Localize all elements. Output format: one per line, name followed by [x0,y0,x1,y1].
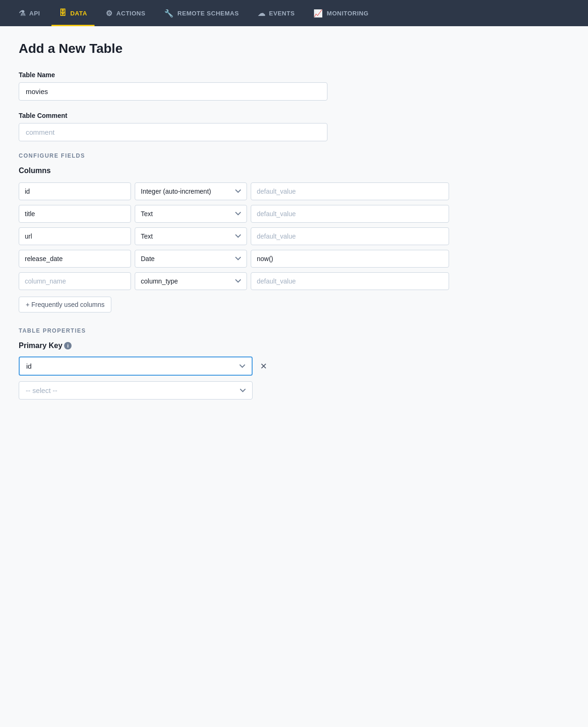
main-content: Add a New Table Table Name Table Comment… [0,26,468,420]
column-name-input[interactable] [19,227,131,245]
column-default-input[interactable] [251,205,449,223]
column-name-input[interactable] [19,250,131,268]
nav-label-monitoring: MONITORING [327,10,369,17]
primary-key-second-select[interactable]: -- select -- id title url release_date [19,381,253,400]
table-name-input[interactable] [19,82,327,101]
table-name-group: Table Name [19,71,449,101]
monitoring-icon: 📈 [313,9,323,18]
nav-label-api: API [29,10,40,17]
column-name-input[interactable] [19,205,131,223]
nav-label-events: EVENTS [269,10,295,17]
column-row: Integer (auto-increment) Text Date Boole… [19,205,449,223]
table-comment-label: Table Comment [19,112,449,119]
column-default-input[interactable] [251,182,449,200]
column-type-select[interactable]: Integer (auto-increment) Text Date Boole… [135,250,247,268]
nav-item-actions[interactable]: ⚙ ACTIONS [98,0,153,26]
nav-item-monitoring[interactable]: 📈 MONITORING [306,0,376,26]
column-default-input[interactable] [251,272,449,290]
main-nav: ⚗ API 🗄 DATA ⚙ ACTIONS 🔧 REMOTE SCHEMAS … [0,0,588,26]
table-properties-header: TABLE PROPERTIES [19,327,449,334]
api-icon: ⚗ [19,9,26,18]
nav-label-remote-schemas: REMOTE SCHEMAS [177,10,239,17]
column-row: Integer (auto-increment) Text Date Boole… [19,227,449,245]
column-row: Integer (auto-increment) Text Date Boole… [19,250,449,268]
primary-key-second-row: -- select -- id title url release_date [19,381,449,400]
column-name-input[interactable] [19,182,131,200]
freq-cols-label: + Frequently used columns [26,301,104,308]
column-row: column_type Integer (auto-increment) Tex… [19,272,449,290]
nav-label-data: DATA [70,10,87,17]
table-name-label: Table Name [19,71,449,79]
nav-item-api[interactable]: ⚗ API [11,0,48,26]
nav-label-actions: ACTIONS [116,10,145,17]
nav-item-events[interactable]: ☁ EVENTS [250,0,303,26]
events-icon: ☁ [258,9,266,18]
remove-primary-key-button[interactable]: ✕ [256,359,271,373]
columns-section: Integer (auto-increment) Text Date Boole… [19,182,449,313]
nav-item-remote-schemas[interactable]: 🔧 REMOTE SCHEMAS [157,0,247,26]
actions-icon: ⚙ [106,9,113,18]
remote-schemas-icon: 🔧 [164,9,174,18]
table-comment-input[interactable] [19,123,327,141]
column-row: Integer (auto-increment) Text Date Boole… [19,182,449,200]
column-default-input[interactable] [251,227,449,245]
column-type-select[interactable]: Integer (auto-increment) Text Date Boole… [135,182,247,200]
nav-item-data[interactable]: 🗄 DATA [51,0,95,26]
column-name-input[interactable] [19,272,131,290]
column-default-input[interactable] [251,250,449,268]
primary-key-row: id title url release_date ✕ [19,356,449,376]
column-type-select[interactable]: Integer (auto-increment) Text Date Boole… [135,205,247,223]
frequently-used-columns-button[interactable]: + Frequently used columns [19,297,111,313]
page-title: Add a New Table [19,41,449,56]
primary-key-label: Primary Key [19,342,62,350]
columns-label: Columns [19,167,449,175]
data-icon: 🗄 [59,9,67,17]
configure-fields-header: CONFIGURE FIELDS [19,153,449,159]
info-icon[interactable]: i [64,342,72,349]
table-properties-section: TABLE PROPERTIES Primary Key i id title … [19,327,449,400]
column-type-select[interactable]: column_type Integer (auto-increment) Tex… [135,272,247,290]
primary-key-select[interactable]: id title url release_date [19,356,253,376]
column-type-select[interactable]: Integer (auto-increment) Text Date Boole… [135,227,247,245]
table-comment-group: Table Comment [19,112,449,141]
